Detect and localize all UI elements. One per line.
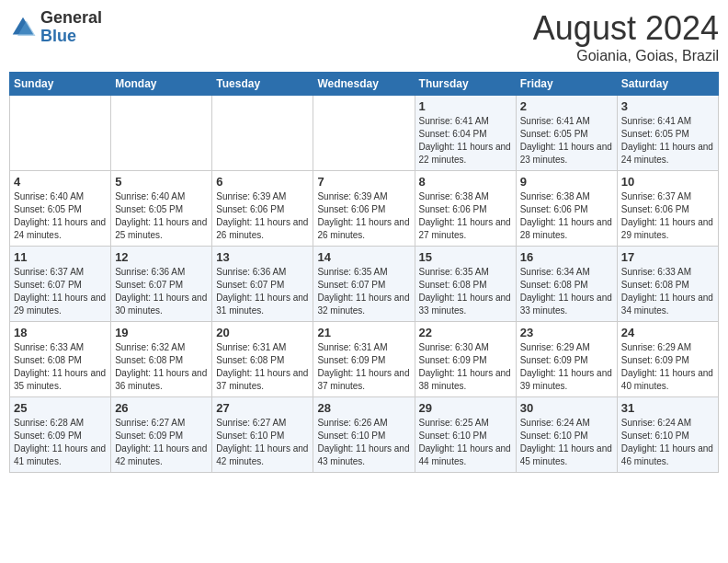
day-cell: 30Sunrise: 6:24 AMSunset: 6:10 PMDayligh… (516, 397, 617, 473)
month-year: August 2024 (533, 9, 719, 48)
day-info: Sunrise: 6:27 AMSunset: 6:09 PMDaylight:… (115, 417, 208, 468)
col-header-thursday: Thursday (415, 73, 516, 96)
day-cell: 25Sunrise: 6:28 AMSunset: 6:09 PMDayligh… (10, 397, 111, 473)
logo-blue: Blue (40, 28, 102, 46)
day-info: Sunrise: 6:34 AMSunset: 6:08 PMDaylight:… (520, 266, 613, 317)
calendar-table: SundayMondayTuesdayWednesdayThursdayFrid… (9, 72, 719, 473)
day-number: 26 (115, 401, 208, 415)
week-row-1: 1Sunrise: 6:41 AMSunset: 6:04 PMDaylight… (10, 96, 719, 171)
col-header-sunday: Sunday (10, 73, 111, 96)
day-info: Sunrise: 6:28 AMSunset: 6:09 PMDaylight:… (14, 417, 107, 468)
day-cell: 29Sunrise: 6:25 AMSunset: 6:10 PMDayligh… (415, 397, 516, 473)
day-number: 14 (317, 250, 410, 264)
day-info: Sunrise: 6:27 AMSunset: 6:10 PMDaylight:… (216, 417, 309, 468)
day-info: Sunrise: 6:32 AMSunset: 6:08 PMDaylight:… (115, 341, 208, 393)
day-cell (10, 96, 111, 171)
day-info: Sunrise: 6:29 AMSunset: 6:09 PMDaylight:… (520, 341, 613, 393)
day-cell: 10Sunrise: 6:37 AMSunset: 6:06 PMDayligh… (617, 171, 718, 247)
day-info: Sunrise: 6:29 AMSunset: 6:09 PMDaylight:… (621, 341, 714, 393)
day-info: Sunrise: 6:40 AMSunset: 6:05 PMDaylight:… (115, 190, 208, 242)
day-cell: 1Sunrise: 6:41 AMSunset: 6:04 PMDaylight… (415, 96, 516, 171)
day-cell: 23Sunrise: 6:29 AMSunset: 6:09 PMDayligh… (516, 322, 617, 397)
page-header: General Blue August 2024 Goiania, Goias,… (9, 9, 719, 64)
day-info: Sunrise: 6:41 AMSunset: 6:05 PMDaylight:… (621, 115, 714, 167)
day-number: 25 (14, 401, 107, 415)
day-cell (111, 96, 212, 171)
day-cell: 21Sunrise: 6:31 AMSunset: 6:09 PMDayligh… (313, 322, 415, 397)
day-info: Sunrise: 6:30 AMSunset: 6:09 PMDaylight:… (419, 341, 512, 393)
day-info: Sunrise: 6:40 AMSunset: 6:05 PMDaylight:… (14, 190, 107, 242)
week-row-4: 18Sunrise: 6:33 AMSunset: 6:08 PMDayligh… (10, 322, 719, 397)
week-row-2: 4Sunrise: 6:40 AMSunset: 6:05 PMDaylight… (10, 171, 719, 247)
day-cell: 3Sunrise: 6:41 AMSunset: 6:05 PMDaylight… (617, 96, 718, 171)
day-info: Sunrise: 6:41 AMSunset: 6:05 PMDaylight:… (520, 115, 613, 167)
day-number: 30 (520, 401, 613, 415)
col-header-monday: Monday (111, 73, 212, 96)
logo-general: General (40, 9, 102, 28)
day-cell: 19Sunrise: 6:32 AMSunset: 6:08 PMDayligh… (111, 322, 212, 397)
day-cell: 4Sunrise: 6:40 AMSunset: 6:05 PMDaylight… (10, 171, 111, 247)
day-info: Sunrise: 6:24 AMSunset: 6:10 PMDaylight:… (621, 417, 714, 468)
day-number: 6 (216, 175, 309, 189)
day-number: 17 (621, 250, 714, 264)
day-number: 31 (621, 401, 714, 415)
day-cell: 28Sunrise: 6:26 AMSunset: 6:10 PMDayligh… (313, 397, 415, 473)
day-cell: 9Sunrise: 6:38 AMSunset: 6:06 PMDaylight… (516, 171, 617, 247)
day-number: 13 (216, 250, 309, 264)
day-cell: 11Sunrise: 6:37 AMSunset: 6:07 PMDayligh… (10, 247, 111, 322)
day-number: 9 (520, 175, 613, 189)
col-header-wednesday: Wednesday (313, 73, 415, 96)
day-number: 19 (115, 326, 208, 339)
logo-icon (9, 14, 37, 41)
day-cell: 7Sunrise: 6:39 AMSunset: 6:06 PMDaylight… (313, 171, 415, 247)
logo-text: General Blue (40, 9, 102, 46)
day-cell: 8Sunrise: 6:38 AMSunset: 6:06 PMDaylight… (415, 171, 516, 247)
week-row-5: 25Sunrise: 6:28 AMSunset: 6:09 PMDayligh… (10, 397, 719, 473)
day-number: 24 (621, 326, 714, 339)
day-number: 8 (419, 175, 512, 189)
day-number: 12 (115, 250, 208, 264)
day-info: Sunrise: 6:39 AMSunset: 6:06 PMDaylight:… (216, 190, 309, 242)
day-number: 7 (317, 175, 410, 189)
day-number: 3 (621, 99, 714, 113)
day-cell: 13Sunrise: 6:36 AMSunset: 6:07 PMDayligh… (212, 247, 313, 322)
day-number: 18 (14, 326, 107, 339)
day-number: 1 (419, 99, 512, 113)
day-cell: 16Sunrise: 6:34 AMSunset: 6:08 PMDayligh… (516, 247, 617, 322)
day-info: Sunrise: 6:37 AMSunset: 6:06 PMDaylight:… (621, 190, 714, 242)
day-cell: 31Sunrise: 6:24 AMSunset: 6:10 PMDayligh… (617, 397, 718, 473)
day-cell: 17Sunrise: 6:33 AMSunset: 6:08 PMDayligh… (617, 247, 718, 322)
day-number: 29 (419, 401, 512, 415)
day-number: 27 (216, 401, 309, 415)
day-cell: 14Sunrise: 6:35 AMSunset: 6:07 PMDayligh… (313, 247, 415, 322)
day-number: 28 (317, 401, 410, 415)
day-cell (212, 96, 313, 171)
day-info: Sunrise: 6:35 AMSunset: 6:07 PMDaylight:… (317, 266, 410, 317)
day-info: Sunrise: 6:39 AMSunset: 6:06 PMDaylight:… (317, 190, 410, 242)
day-info: Sunrise: 6:31 AMSunset: 6:09 PMDaylight:… (317, 341, 410, 393)
day-cell: 27Sunrise: 6:27 AMSunset: 6:10 PMDayligh… (212, 397, 313, 473)
day-cell: 26Sunrise: 6:27 AMSunset: 6:09 PMDayligh… (111, 397, 212, 473)
day-number: 5 (115, 175, 208, 189)
day-cell: 18Sunrise: 6:33 AMSunset: 6:08 PMDayligh… (10, 322, 111, 397)
day-cell (313, 96, 415, 171)
day-info: Sunrise: 6:25 AMSunset: 6:10 PMDaylight:… (419, 417, 512, 468)
col-header-tuesday: Tuesday (212, 73, 313, 96)
day-number: 22 (419, 326, 512, 339)
day-info: Sunrise: 6:36 AMSunset: 6:07 PMDaylight:… (115, 266, 208, 317)
week-row-3: 11Sunrise: 6:37 AMSunset: 6:07 PMDayligh… (10, 247, 719, 322)
day-cell: 22Sunrise: 6:30 AMSunset: 6:09 PMDayligh… (415, 322, 516, 397)
day-cell: 20Sunrise: 6:31 AMSunset: 6:08 PMDayligh… (212, 322, 313, 397)
day-info: Sunrise: 6:38 AMSunset: 6:06 PMDaylight:… (419, 190, 512, 242)
col-header-friday: Friday (516, 73, 617, 96)
day-cell: 24Sunrise: 6:29 AMSunset: 6:09 PMDayligh… (617, 322, 718, 397)
day-info: Sunrise: 6:36 AMSunset: 6:07 PMDaylight:… (216, 266, 309, 317)
day-info: Sunrise: 6:35 AMSunset: 6:08 PMDaylight:… (419, 266, 512, 317)
day-cell: 15Sunrise: 6:35 AMSunset: 6:08 PMDayligh… (415, 247, 516, 322)
logo: General Blue (9, 9, 102, 46)
day-info: Sunrise: 6:37 AMSunset: 6:07 PMDaylight:… (14, 266, 107, 317)
day-info: Sunrise: 6:33 AMSunset: 6:08 PMDaylight:… (14, 341, 107, 393)
day-cell: 5Sunrise: 6:40 AMSunset: 6:05 PMDaylight… (111, 171, 212, 247)
day-number: 11 (14, 250, 107, 264)
day-cell: 6Sunrise: 6:39 AMSunset: 6:06 PMDaylight… (212, 171, 313, 247)
